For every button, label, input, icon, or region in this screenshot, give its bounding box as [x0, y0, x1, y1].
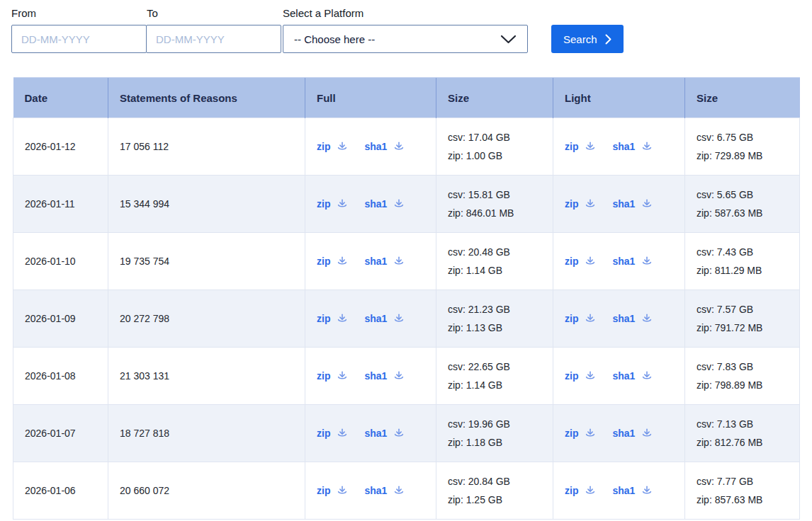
full-csv-size: csv: 22.65 GB [448, 357, 541, 376]
table-body: 2026-01-12 17 056 112 zip [13, 118, 800, 520]
full-size-cell: csv: 17.04 GB zip: 1.00 GB [436, 118, 553, 176]
light-sha1-link[interactable]: sha1 [612, 256, 635, 267]
light-zip-size: zip: 587.63 MB [697, 204, 788, 222]
download-icon[interactable] [393, 313, 405, 324]
full-zip-link[interactable]: zip [317, 256, 330, 267]
light-zip-link[interactable]: zip [565, 428, 578, 439]
statements-count-cell: 21 303 131 [108, 348, 305, 405]
light-zip-size: zip: 811.29 MB [697, 261, 788, 280]
download-icon[interactable] [337, 370, 348, 382]
full-zip-size: zip: 1.13 GB [448, 319, 541, 337]
full-zip-link[interactable]: zip [317, 141, 330, 152]
light-size-cell: csv: 7.77 GB zip: 857.63 MB [685, 462, 800, 520]
full-downloads-cell: zip sha1 [305, 405, 436, 462]
download-icon[interactable] [585, 141, 596, 152]
download-icon[interactable] [393, 256, 405, 267]
download-icon[interactable] [393, 370, 405, 382]
download-icon[interactable] [641, 313, 653, 324]
full-sha1-link[interactable]: sha1 [364, 428, 387, 439]
download-icon[interactable] [337, 256, 348, 267]
full-zip-link[interactable]: zip [317, 313, 330, 324]
downloads-table: Date Statements of Reasons Full Size Lig… [13, 77, 800, 520]
download-icon[interactable] [585, 428, 596, 439]
to-label: To [147, 7, 281, 19]
download-icon[interactable] [337, 313, 348, 324]
from-label: From [11, 7, 147, 19]
statements-count-cell: 17 056 112 [108, 118, 305, 176]
full-zip-link[interactable]: zip [317, 485, 330, 496]
date-cell: 2026-01-06 [13, 462, 108, 520]
header-full: Full [305, 78, 436, 118]
light-zip-link[interactable]: zip [565, 485, 578, 496]
download-icon[interactable] [585, 256, 596, 267]
download-icon[interactable] [641, 428, 653, 439]
download-icon[interactable] [641, 485, 653, 496]
full-downloads-cell: zip sha1 [305, 348, 436, 405]
light-zip-link[interactable]: zip [565, 370, 578, 382]
full-zip-link[interactable]: zip [317, 198, 330, 210]
statements-count-cell: 15 344 994 [108, 176, 305, 233]
full-sha1-link[interactable]: sha1 [364, 141, 387, 152]
full-zip-link[interactable]: zip [317, 370, 330, 382]
table-header: Date Statements of Reasons Full Size Lig… [13, 78, 800, 118]
light-downloads-cell: zip sha1 [553, 233, 685, 290]
download-icon[interactable] [585, 370, 596, 382]
full-downloads-cell: zip sha1 [305, 462, 436, 520]
light-size-cell: csv: 7.43 GB zip: 811.29 MB [685, 233, 800, 290]
download-icon[interactable] [641, 256, 653, 267]
light-zip-link[interactable]: zip [565, 256, 578, 267]
full-sha1-link[interactable]: sha1 [364, 198, 387, 210]
date-cell: 2026-01-07 [13, 405, 108, 462]
filter-bar: From To Select a Platform -- Choose here… [0, 0, 812, 53]
light-zip-link[interactable]: zip [565, 313, 578, 324]
to-date-input[interactable] [146, 25, 281, 53]
light-zip-link[interactable]: zip [565, 141, 578, 152]
full-sha1-link[interactable]: sha1 [364, 256, 387, 267]
download-icon[interactable] [641, 370, 653, 382]
date-cell: 2026-01-08 [13, 348, 108, 405]
light-sha1-link[interactable]: sha1 [612, 428, 635, 439]
download-icon[interactable] [337, 485, 348, 496]
download-icon[interactable] [393, 485, 405, 496]
download-icon[interactable] [337, 141, 348, 152]
light-sha1-link[interactable]: sha1 [612, 485, 635, 496]
download-icon[interactable] [337, 428, 348, 439]
download-icon[interactable] [585, 198, 596, 210]
light-downloads-cell: zip sha1 [553, 405, 685, 462]
table-row: 2026-01-09 20 272 798 zip [13, 290, 800, 348]
download-icon[interactable] [641, 198, 653, 210]
date-cell: 2026-01-10 [13, 233, 108, 290]
download-icon[interactable] [585, 313, 596, 324]
light-sha1-link[interactable]: sha1 [612, 370, 635, 382]
light-zip-link[interactable]: zip [565, 198, 578, 210]
light-size-cell: csv: 5.65 GB zip: 587.63 MB [685, 176, 800, 233]
search-button[interactable]: Search [551, 25, 624, 53]
download-icon[interactable] [641, 141, 653, 152]
light-zip-size: zip: 729.89 MB [697, 147, 788, 165]
chevron-down-icon [500, 35, 517, 44]
full-size-cell: csv: 21.23 GB zip: 1.13 GB [436, 290, 553, 348]
full-sha1-link[interactable]: sha1 [364, 313, 387, 324]
from-field: From [11, 7, 147, 53]
header-light: Light [553, 78, 685, 118]
download-icon[interactable] [585, 485, 596, 496]
download-icon[interactable] [337, 198, 348, 210]
header-statements: Statements of Reasons [108, 78, 305, 118]
download-icon[interactable] [393, 198, 405, 210]
platform-select[interactable]: -- Choose here -- [283, 25, 528, 53]
statements-count-cell: 19 735 754 [108, 233, 305, 290]
light-sha1-link[interactable]: sha1 [612, 313, 635, 324]
full-sha1-link[interactable]: sha1 [364, 370, 387, 382]
full-zip-link[interactable]: zip [317, 428, 330, 439]
table-row: 2026-01-10 19 735 754 zip [13, 233, 800, 290]
download-icon[interactable] [393, 428, 405, 439]
date-cell: 2026-01-12 [13, 118, 108, 176]
light-sha1-link[interactable]: sha1 [612, 141, 635, 152]
from-date-input[interactable] [11, 25, 147, 53]
full-sha1-link[interactable]: sha1 [364, 485, 387, 496]
light-sha1-link[interactable]: sha1 [612, 198, 635, 210]
download-icon[interactable] [393, 141, 405, 152]
search-button-label: Search [563, 33, 597, 45]
date-cell: 2026-01-09 [13, 290, 108, 348]
light-csv-size: csv: 7.13 GB [697, 415, 788, 433]
